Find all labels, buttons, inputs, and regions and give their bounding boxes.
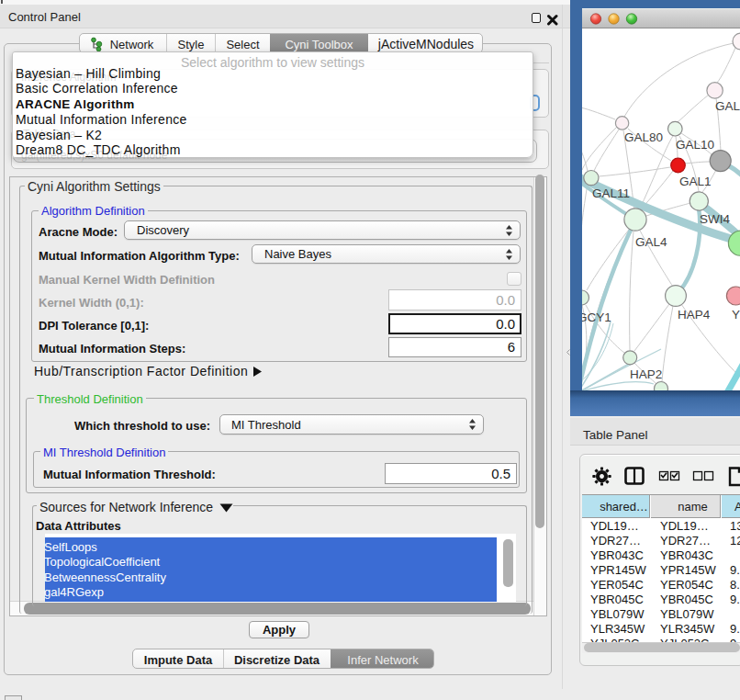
svg-text:HAP4: HAP4 — [678, 308, 711, 322]
svg-text:GAL11: GAL11 — [592, 186, 630, 200]
svg-text:GAL7: GAL7 — [715, 99, 740, 113]
svg-text:SWI4: SWI4 — [700, 212, 730, 226]
svg-text:GAL10: GAL10 — [676, 138, 714, 152]
svg-text:HAP2: HAP2 — [630, 367, 662, 381]
svg-text:GCY1: GCY1 — [582, 310, 611, 324]
svg-text:GAL1: GAL1 — [679, 175, 712, 188]
svg-text:YM: YM — [732, 308, 740, 322]
svg-text:GAL4: GAL4 — [635, 235, 667, 249]
svg-text:GAL80: GAL80 — [624, 130, 663, 144]
